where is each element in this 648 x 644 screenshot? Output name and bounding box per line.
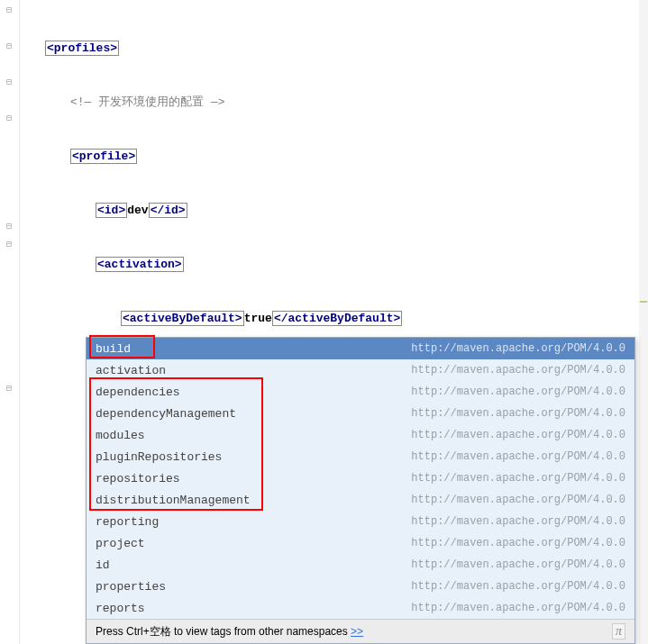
completion-item-reporting[interactable]: reporting http://maven.apache.org/POM/4.… (87, 511, 634, 532)
completion-namespace: http://maven.apache.org/POM/4.0.0 (411, 515, 625, 528)
fold-icon[interactable]: ⊟ (4, 240, 14, 250)
completion-label: properties (96, 580, 166, 594)
completion-namespace: http://maven.apache.org/POM/4.0.0 (411, 407, 625, 420)
fold-icon[interactable]: ⊟ (4, 222, 14, 232)
completion-label: distributionManagement (96, 494, 251, 507)
pi-icon[interactable]: π (612, 623, 625, 639)
gutter: ⊟ ⊟ ⊟ ⊟ ⊟ ⊟ ⊟ (0, 0, 20, 644)
completion-namespace: http://maven.apache.org/POM/4.0.0 (411, 342, 625, 355)
completion-label: activation (96, 364, 166, 377)
code-line: <profiles> (20, 40, 648, 58)
code-line: <id>dev</id> (20, 202, 648, 220)
completion-namespace: http://maven.apache.org/POM/4.0.0 (411, 385, 625, 398)
completion-label: reporting (96, 515, 159, 529)
completion-namespace: http://maven.apache.org/POM/4.0.0 (411, 429, 625, 441)
completion-item-modules[interactable]: modules http://maven.apache.org/POM/4.0.… (87, 424, 634, 446)
completion-item-activation[interactable]: activation http://maven.apache.org/POM/4… (87, 359, 634, 381)
completion-item-dependencymanagement[interactable]: dependencyManagement http://maven.apache… (87, 403, 634, 424)
completion-label: dependencyManagement (96, 407, 236, 421)
completion-item-repositories[interactable]: repositories http://maven.apache.org/POM… (87, 467, 634, 489)
completion-item-properties[interactable]: properties http://maven.apache.org/POM/4… (87, 576, 634, 597)
fold-icon[interactable]: ⊟ (4, 113, 14, 124)
completion-popup[interactable]: build http://maven.apache.org/POM/4.0.0 … (86, 337, 635, 644)
completion-item-reports[interactable]: reports http://maven.apache.org/POM/4.0.… (87, 597, 634, 619)
completion-label: id (96, 558, 110, 572)
code-line: <profile> (20, 148, 648, 166)
completion-namespace: http://maven.apache.org/POM/4.0.0 (411, 450, 625, 463)
completion-namespace: http://maven.apache.org/POM/4.0.0 (411, 580, 625, 593)
completion-namespace: http://maven.apache.org/POM/4.0.0 (411, 472, 625, 485)
code-line: <activation> (20, 256, 648, 274)
scrollbar[interactable] (639, 0, 648, 644)
completion-item-id[interactable]: id http://maven.apache.org/POM/4.0.0 (87, 554, 634, 576)
fold-icon[interactable]: ⊟ (4, 41, 14, 52)
completion-label: repositories (96, 472, 180, 485)
completion-namespace: http://maven.apache.org/POM/4.0.0 (411, 537, 625, 549)
completion-namespace: http://maven.apache.org/POM/4.0.0 (411, 364, 625, 376)
completion-namespace: http://maven.apache.org/POM/4.0.0 (411, 494, 625, 506)
completion-label: build (96, 342, 131, 356)
completion-item-distributionmanagement[interactable]: distributionManagement http://maven.apac… (87, 489, 634, 511)
completion-label: modules (96, 429, 145, 442)
completion-label: pluginRepositories (96, 450, 222, 464)
completion-item-build[interactable]: build http://maven.apache.org/POM/4.0.0 (87, 338, 634, 359)
footer-hint: Press Ctrl+空格 to view tags from other na… (96, 625, 351, 638)
completion-item-dependencies[interactable]: dependencies http://maven.apache.org/POM… (87, 381, 634, 403)
completion-label: dependencies (96, 385, 180, 399)
completion-label: project (96, 537, 145, 550)
fold-icon[interactable]: ⊟ (4, 384, 14, 395)
completion-item-project[interactable]: project http://maven.apache.org/POM/4.0.… (87, 532, 634, 554)
completion-label: reports (96, 602, 145, 615)
completion-item-pluginrepositories[interactable]: pluginRepositories http://maven.apache.o… (87, 446, 634, 467)
fold-icon[interactable]: ⊟ (4, 77, 14, 88)
code-line: <activeByDefault>true</activeByDefault> (20, 310, 648, 328)
code-line: <!— 开发环境使用的配置 —> (20, 94, 648, 112)
completion-footer: Press Ctrl+空格 to view tags from other na… (87, 619, 634, 643)
footer-more-link[interactable]: >> (351, 625, 363, 638)
completion-namespace: http://maven.apache.org/POM/4.0.0 (411, 558, 625, 571)
completion-namespace: http://maven.apache.org/POM/4.0.0 (411, 602, 625, 614)
fold-icon[interactable]: ⊟ (4, 5, 14, 16)
